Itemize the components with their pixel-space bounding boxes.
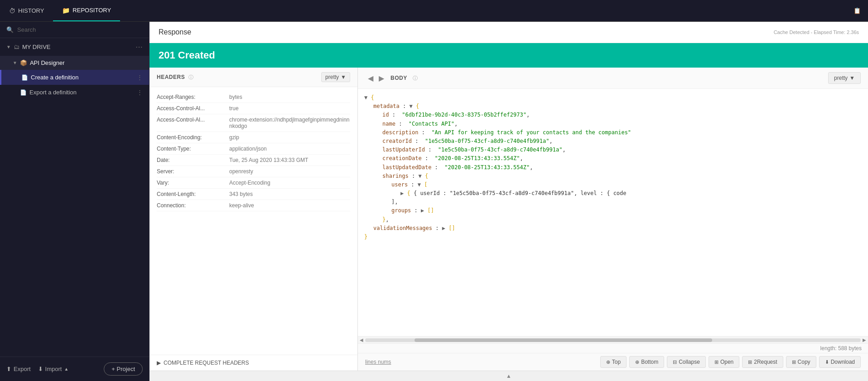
repository-icon: 📁 bbox=[62, 7, 70, 14]
body-panel-title: BODY bbox=[391, 75, 407, 81]
copy-btn-label: Copy bbox=[798, 359, 810, 365]
json-line: ▼ { bbox=[364, 93, 862, 102]
body-format-caret: ▼ bbox=[849, 75, 855, 81]
request-btn[interactable]: ⊞ 2Request bbox=[742, 356, 783, 368]
json-line: }, bbox=[364, 215, 862, 224]
table-row: Date: Tue, 25 Aug 2020 13:43:33 GMT bbox=[157, 155, 350, 166]
create-def-more-icon[interactable]: ⋮ bbox=[137, 74, 143, 81]
open-btn[interactable]: ⊞ Open bbox=[709, 356, 739, 368]
headers-pretty-btn[interactable]: pretty ▼ bbox=[321, 72, 350, 82]
request-icon: ⊞ bbox=[748, 359, 752, 365]
export-def-label: Export a definition bbox=[29, 89, 77, 96]
bottom-btn[interactable]: ⊕ Bottom bbox=[629, 356, 664, 368]
json-line: } bbox=[364, 233, 862, 241]
doc-icon-export: 📄 bbox=[20, 89, 27, 96]
json-line: ], bbox=[364, 198, 862, 206]
import-caret-icon: ▲ bbox=[64, 366, 68, 371]
download-icon: ⬇ bbox=[825, 359, 829, 365]
open-btn-label: Open bbox=[720, 359, 733, 365]
nav-repository-label: REPOSITORY bbox=[72, 7, 111, 14]
table-row: Content-Length: 343 bytes bbox=[157, 189, 350, 200]
json-toggle[interactable]: ▼ bbox=[364, 94, 367, 101]
json-line: ▶ { { userId : "1e5c50ba-0f75-43cf-a8d9-… bbox=[364, 189, 862, 198]
json-line: creationDate : "2020-08-25T13:43:33.554Z… bbox=[364, 154, 862, 163]
nav-history-label: HISTORY bbox=[18, 7, 44, 14]
collapse-btn[interactable]: ⊟ Collapse bbox=[667, 356, 706, 368]
json-viewer[interactable]: ▼ { metadata : ▼ { id : "6dbf21be-9b2d-4… bbox=[358, 89, 868, 336]
json-line: sharings : ▼ { bbox=[364, 172, 862, 181]
scroll-track[interactable] bbox=[365, 338, 861, 342]
body-pretty-btn[interactable]: pretty ▼ bbox=[828, 72, 861, 84]
headers-table: Accept-Ranges: bytes Access-Control-Al..… bbox=[149, 87, 357, 355]
body-panel-header: ◀ ▶ BODY ⓘ pretty ▼ bbox=[358, 68, 868, 89]
lines-nums-btn[interactable]: lines nums bbox=[365, 359, 391, 365]
chevron-up-icon: ▲ bbox=[506, 373, 511, 379]
drive-label: MY DRIVE bbox=[22, 44, 51, 50]
top-btn[interactable]: ⊕ Top bbox=[600, 356, 627, 368]
cache-info: Cache Detected - Elapsed Time: 2.36s bbox=[774, 29, 859, 35]
api-designer-icon: 📦 bbox=[20, 59, 27, 66]
import-btn[interactable]: ⬇ Import ▲ bbox=[38, 366, 69, 372]
status-banner: 201 Created bbox=[149, 43, 868, 68]
body-nav-left-btn[interactable]: ◀ bbox=[365, 73, 376, 83]
search-input[interactable] bbox=[17, 26, 143, 33]
table-row: Connection: keep-alive bbox=[157, 200, 350, 211]
table-row: Content-Encoding: gzip bbox=[157, 132, 350, 143]
json-line: groups : ▶ [] bbox=[364, 206, 862, 215]
json-line: users : ▼ [ bbox=[364, 181, 862, 189]
copy-icon: ⊞ bbox=[792, 359, 796, 365]
complete-headers-caret-icon: ▶ bbox=[157, 360, 161, 366]
json-line: lastUpdaterId : "1e5c50ba-0f75-43cf-a8d9… bbox=[364, 146, 862, 154]
import-icon: ⬇ bbox=[38, 366, 43, 372]
sidebar-item-create-definition[interactable]: 📄 Create a definition ⋮ bbox=[0, 70, 149, 85]
clipboard-icon[interactable]: 📋 bbox=[854, 7, 868, 14]
drive-more-icon[interactable]: ⋯ bbox=[135, 43, 143, 51]
copy-btn[interactable]: ⊞ Copy bbox=[786, 356, 816, 368]
export-icon: ⬆ bbox=[6, 366, 11, 372]
drive-folder-icon: 🗂 bbox=[14, 44, 19, 50]
api-designer-label: API Designer bbox=[30, 59, 65, 66]
sidebar-group-header-api-designer[interactable]: ▼ 📦 API Designer bbox=[0, 56, 149, 70]
create-def-label: Create a definition bbox=[31, 74, 79, 81]
sidebar-item-export-definition[interactable]: 📄 Export a definition ⋮ bbox=[0, 85, 149, 100]
bottom-chevron[interactable]: ▲ bbox=[149, 371, 868, 381]
response-title: Response bbox=[159, 28, 191, 36]
complete-headers-toggle[interactable]: ▶ COMPLETE REQUEST HEADERS bbox=[157, 360, 350, 366]
horizontal-scrollbar[interactable]: ◀ ▶ bbox=[358, 336, 868, 343]
top-btn-label: Top bbox=[612, 359, 621, 365]
body-format-label: pretty bbox=[834, 75, 848, 81]
toolbar-actions: ⊕ Top ⊕ Bottom ⊟ Collapse bbox=[600, 356, 861, 368]
json-line: validationMessages : ▶ [] bbox=[364, 224, 862, 233]
sidebar-drive[interactable]: ▼ 🗂 MY DRIVE ⋯ bbox=[0, 38, 149, 56]
export-btn-label: Export bbox=[14, 366, 31, 372]
nav-repository[interactable]: 📁 REPOSITORY bbox=[53, 0, 120, 21]
headers-info-icon[interactable]: ⓘ bbox=[188, 74, 193, 80]
export-btn[interactable]: ⬆ Export bbox=[6, 366, 31, 372]
collapse-icon: ⊟ bbox=[673, 359, 677, 365]
body-nav-right-btn[interactable]: ▶ bbox=[376, 73, 387, 83]
project-btn[interactable]: + Project bbox=[104, 362, 143, 376]
open-icon: ⊞ bbox=[714, 359, 719, 365]
json-line: name : "Contacts API", bbox=[364, 120, 862, 128]
json-line: lastUpdatedDate : "2020-08-25T13:43:33.5… bbox=[364, 163, 862, 172]
table-row: Content-Type: application/json bbox=[157, 143, 350, 155]
search-bar: 🔍 bbox=[0, 22, 149, 38]
doc-icon-create: 📄 bbox=[21, 74, 28, 81]
scroll-left-btn[interactable]: ◀ bbox=[360, 337, 363, 342]
scroll-right-btn[interactable]: ▶ bbox=[863, 337, 866, 342]
body-panel: ◀ ▶ BODY ⓘ pretty ▼ ▼ { metad bbox=[358, 68, 868, 371]
complete-headers-section: ▶ COMPLETE REQUEST HEADERS bbox=[149, 355, 357, 371]
bottom-btn-label: Bottom bbox=[641, 359, 658, 365]
body-info-icon[interactable]: ⓘ bbox=[413, 75, 418, 82]
json-line: metadata : ▼ { bbox=[364, 102, 862, 111]
nav-history[interactable]: ⏱ HISTORY bbox=[0, 0, 53, 21]
json-line: id : "6dbf21be-9b2d-40c3-8375-05b2ffef29… bbox=[364, 111, 862, 119]
download-btn[interactable]: ⬇ Download bbox=[819, 356, 861, 368]
group-caret-down-icon: ▼ bbox=[13, 60, 17, 65]
headers-panel-header: HEADERS ⓘ pretty ▼ bbox=[149, 68, 357, 87]
json-line: description : "An API for keeping track … bbox=[364, 128, 862, 137]
import-btn-label: Import bbox=[45, 366, 62, 372]
export-def-more-icon[interactable]: ⋮ bbox=[137, 89, 143, 96]
table-row: Access-Control-Al... chrome-extension://… bbox=[157, 114, 350, 132]
length-info: length: 588 bytes bbox=[820, 345, 862, 352]
